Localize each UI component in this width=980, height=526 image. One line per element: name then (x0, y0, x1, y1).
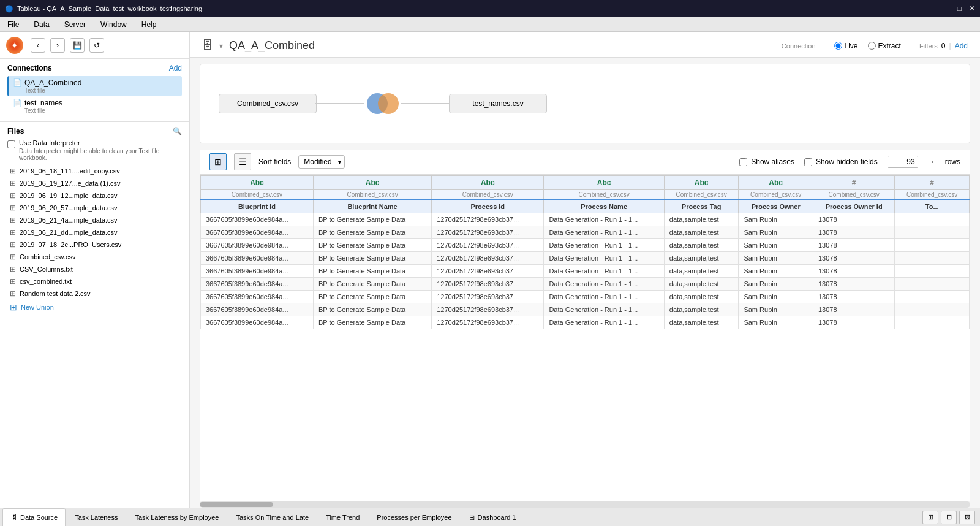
list-item[interactable]: ⊞ CSV_Columns.txt (7, 263, 182, 275)
col-source-2: Combined_csv.csv (432, 190, 544, 200)
menu-data[interactable]: Data (31, 19, 51, 30)
forward-button[interactable]: › (50, 38, 65, 53)
sort-select[interactable]: Modified Name Type (298, 155, 345, 169)
col-type-5: Abc (739, 176, 813, 190)
remove-sheet-button[interactable]: ⊠ (959, 511, 975, 524)
minimize-btn[interactable]: — (943, 4, 950, 13)
new-union-item[interactable]: ⊞ New Union (7, 300, 182, 314)
table-cell: Data Generation - Run 1 - 1... (544, 316, 664, 329)
table-cell (895, 278, 970, 291)
tab-time-trend[interactable]: Time Trend (318, 508, 368, 526)
new-sheet-button[interactable]: ⊞ (922, 511, 938, 524)
save-button[interactable]: 💾 (70, 38, 85, 53)
table-pill-right[interactable]: test_names.csv (449, 94, 547, 113)
file-grid-icon: ⊞ (10, 191, 16, 200)
table-cell: 1270d25172f98e693cb37... (432, 278, 544, 291)
table-pill-left[interactable]: Combined_csv.csv (219, 94, 317, 113)
table-cell: BP to Generate Sample Data (313, 291, 431, 303)
show-hidden-fields-checkbox[interactable]: Show hidden fields (804, 158, 878, 166)
list-item[interactable]: ⊞ 2019_06_21_4a...mple_data.csv (7, 214, 182, 226)
extract-option[interactable]: Extract (868, 42, 901, 50)
table-cell: 1270d25172f98e693cb37... (432, 239, 544, 252)
refresh-button[interactable]: ↺ (89, 38, 104, 53)
data-table: Abc Abc Abc Abc Abc Abc # # Combined_csv… (200, 175, 970, 329)
live-option[interactable]: Live (834, 42, 858, 50)
table-cell: Sam Rubin (739, 213, 813, 226)
tab-task-lateness-by-employee[interactable]: Task Lateness by Employee (127, 508, 227, 526)
connection-item-0[interactable]: 📄 QA_A_Combined Text file (7, 76, 182, 96)
connection-type-1: Text file (24, 107, 62, 114)
rows-input[interactable]: 93 (888, 156, 918, 168)
col-source-3: Combined_csv.csv (544, 190, 664, 200)
list-item[interactable]: ⊞ 2019_06_19_127...e_data (1).csv (7, 177, 182, 189)
table-cell: data,sample,test (664, 278, 739, 291)
tab-label-1: Task Lateness by Employee (135, 514, 219, 521)
menu-file[interactable]: File (5, 19, 21, 30)
rows-label: rows (945, 158, 960, 166)
tab-processes-per-employee[interactable]: Processes per Employee (369, 508, 459, 526)
table-cell: Data Generation - Run 1 - 1... (544, 265, 664, 278)
menu-help[interactable]: Help (139, 19, 159, 30)
file-grid-icon: ⊞ (10, 253, 16, 261)
list-item[interactable]: ⊞ 2019_07_18_2c...PRO_Users.csv (7, 238, 182, 251)
list-item[interactable]: ⊞ csv_combined.txt (7, 275, 182, 288)
col-header-5[interactable]: Process Owner (739, 200, 813, 213)
table-cell: 1270d25172f98e693cb37... (432, 213, 544, 226)
close-btn[interactable]: ✕ (969, 4, 975, 13)
col-header-7[interactable]: To... (895, 200, 970, 213)
col-header-0[interactable]: Blueprint Id (201, 200, 314, 213)
files-label: Files (7, 127, 24, 135)
duplicate-sheet-button[interactable]: ⊟ (941, 511, 957, 524)
connection-db-icon: 📄 (13, 78, 22, 87)
table-row: 3667605f3899e60de984a...BP to Generate S… (201, 239, 970, 252)
search-icon[interactable]: 🔍 (173, 127, 182, 135)
menu-server[interactable]: Server (62, 19, 88, 30)
connection-item-1[interactable]: 📄 test_names Text file (7, 96, 182, 116)
datasource-name: QA_A_Combined (229, 39, 315, 52)
col-type-0: Abc (201, 176, 314, 190)
table-cell: 3667605f3899e60de984a... (201, 278, 314, 291)
maximize-btn[interactable]: □ (957, 4, 962, 13)
tab-tasks-on-time-and-late[interactable]: Tasks On Time and Late (228, 508, 317, 526)
file-name: Random test data 2.csv (20, 290, 91, 297)
list-item[interactable]: ⊞ 2019_06_21_dd...mple_data.csv (7, 226, 182, 238)
col-header-3[interactable]: Process Name (544, 200, 664, 213)
table-cell (895, 226, 970, 239)
list-item[interactable]: ⊞ Random test data 2.csv (7, 288, 182, 300)
menu-window[interactable]: Window (98, 19, 129, 30)
col-header-1[interactable]: Blueprint Name (313, 200, 431, 213)
file-name: 2019_06_19_12...mple_data.csv (20, 192, 118, 199)
table-cell (895, 252, 970, 265)
col-header-4[interactable]: Process Tag (664, 200, 739, 213)
datasource-tab-icon: 🗄 (10, 514, 17, 521)
tab-dashboard-1[interactable]: ⊞ Dashboard 1 (461, 508, 524, 526)
interpreter-checkbox[interactable] (7, 140, 15, 148)
rows-increment-icon[interactable]: → (928, 158, 935, 166)
tab-task-lateness[interactable]: Task Lateness (67, 508, 126, 526)
extract-label: Extract (878, 42, 901, 50)
join-connector[interactable] (315, 91, 450, 116)
filters-label: Filters (919, 42, 938, 50)
show-aliases-checkbox[interactable]: Show aliases (739, 158, 794, 166)
col-source-0: Combined_csv.csv (201, 190, 314, 200)
list-item[interactable]: ⊞ Combined_csv.csv (7, 251, 182, 263)
datasource-icon: 🗄 (202, 39, 213, 52)
table-body: 3667605f3899e60de984a...BP to Generate S… (201, 213, 970, 329)
table-cell (895, 291, 970, 303)
scrollbar-thumb[interactable] (200, 502, 273, 507)
horizontal-scrollbar[interactable] (200, 501, 970, 508)
col-header-2[interactable]: Process Id (432, 200, 544, 213)
list-item[interactable]: ⊞ 2019_06_19_12...mple_data.csv (7, 189, 182, 202)
back-button[interactable]: ‹ (31, 38, 45, 53)
add-filter-link[interactable]: Add (955, 42, 968, 50)
col-header-6[interactable]: Process Owner Id (813, 200, 894, 213)
tab-label-3: Time Trend (326, 514, 360, 521)
connection-label: Connection (782, 42, 816, 50)
grid-view-button[interactable]: ⊞ (209, 153, 227, 170)
add-connection-link[interactable]: Add (169, 64, 182, 72)
table-row: 3667605f3899e60de984a...BP to Generate S… (201, 278, 970, 291)
tab-datasource[interactable]: 🗄 Data Source (2, 508, 66, 526)
list-item[interactable]: ⊞ 2019_06_20_57...mple_data.csv (7, 202, 182, 214)
list-view-button[interactable]: ☰ (234, 153, 251, 170)
list-item[interactable]: ⊞ 2019_06_18_111....edit_copy.csv (7, 165, 182, 177)
